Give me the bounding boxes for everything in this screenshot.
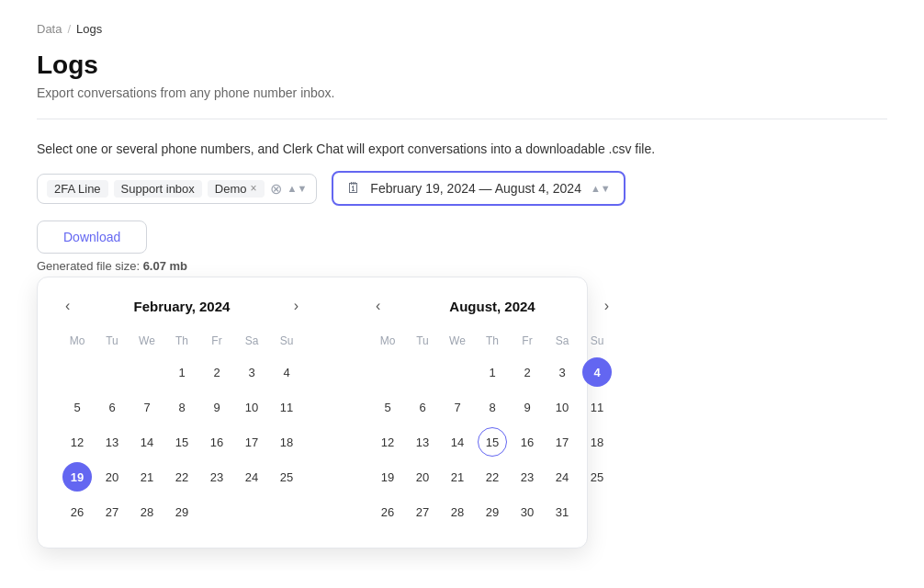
calendar-day-20[interactable]: 20 [97, 462, 127, 492]
page-title: Logs [37, 51, 887, 80]
calendar-day-24[interactable]: 24 [237, 462, 266, 492]
calendar-day-23[interactable]: 23 [202, 462, 231, 492]
breadcrumb: Data / Logs [37, 22, 887, 36]
calendar-day-13[interactable]: 13 [408, 427, 437, 457]
calendar-cell: 20 [95, 459, 130, 494]
calendar-day-2[interactable]: 2 [513, 357, 542, 387]
calendar-day-3[interactable]: 3 [237, 357, 266, 387]
download-button[interactable]: Download [37, 220, 147, 254]
calendar-cell: 19 [370, 459, 405, 494]
tags-clear-button[interactable]: ⊗ [270, 180, 282, 198]
calendar-day-29[interactable]: 29 [478, 497, 507, 526]
calendar-cell: 21 [130, 459, 164, 494]
tag-demo-remove[interactable]: × [251, 183, 257, 194]
calendar-cell: 1 [164, 355, 199, 390]
calendar-day-10[interactable]: 10 [237, 392, 266, 422]
calendar-cell: 31 [545, 494, 580, 529]
calendar-day-3[interactable]: 3 [547, 357, 577, 387]
page-subtitle: Export conversations from any phone numb… [37, 85, 887, 100]
calendar-cell [60, 355, 95, 390]
calendar-cell: 7 [440, 390, 475, 424]
calendar-day-11[interactable]: 11 [582, 392, 612, 422]
calendar-cell: 17 [234, 424, 269, 459]
calendar-day-28[interactable]: 28 [443, 497, 472, 526]
calendar-day-16[interactable]: 16 [513, 427, 542, 457]
calendar-day-14[interactable]: 14 [443, 427, 472, 457]
date-range-picker[interactable]: 🗓 February 19, 2024 — August 4, 2024 ▲▼ [332, 171, 625, 206]
calendar-day-15[interactable]: 15 [478, 427, 507, 457]
calendar-week-row: 26272829 [60, 494, 304, 529]
calendar-day-26[interactable]: 26 [62, 497, 92, 526]
tags-dropdown-arrow[interactable]: ▲▼ [287, 183, 308, 194]
calendar-day-10[interactable]: 10 [547, 392, 577, 422]
calendar-day-24[interactable]: 24 [547, 462, 577, 492]
calendar-day-9[interactable]: 9 [202, 392, 231, 422]
calendar-cell: 23 [510, 459, 545, 494]
calendar-day-21[interactable]: 21 [132, 462, 162, 492]
calendar-day-28[interactable]: 28 [132, 497, 162, 526]
calendar-dropdown-area: ‹ February, 2024 › Mo Tu We Th Fr Sa Su [37, 277, 887, 548]
phone-number-selector[interactable]: 2FA Line Support inbox Demo × ⊗ ▲▼ [37, 174, 317, 204]
calendar-day-8[interactable]: 8 [167, 392, 197, 422]
calendar-day-29[interactable]: 29 [167, 497, 197, 526]
calendar-day-8[interactable]: 8 [478, 392, 507, 422]
calendar-day-4[interactable]: 4 [582, 357, 612, 387]
calendar-cell: 7 [130, 390, 164, 424]
feb-next-month-button[interactable]: › [288, 296, 304, 316]
feb-wd-su: Su [269, 331, 304, 355]
calendar-day-13[interactable]: 13 [97, 427, 127, 457]
calendar-cell: 9 [199, 390, 234, 424]
calendar-day-27[interactable]: 27 [408, 497, 437, 526]
calendar-day-30[interactable]: 30 [513, 497, 542, 526]
calendar-day-25[interactable]: 25 [582, 462, 612, 492]
tag-demo: Demo × [208, 180, 265, 198]
calendar-day-12[interactable]: 12 [373, 427, 402, 457]
calendar-day-17[interactable]: 17 [237, 427, 266, 457]
calendar-day-15[interactable]: 15 [167, 427, 197, 457]
calendar-day-22[interactable]: 22 [167, 462, 197, 492]
download-section: Download Generated file size: 6.07 mb [37, 220, 887, 273]
calendar-day-25[interactable]: 25 [272, 462, 301, 492]
calendar-cell: 9 [510, 390, 545, 424]
feb-prev-month-button[interactable]: ‹ [60, 296, 75, 316]
calendar-day-31[interactable]: 31 [547, 497, 577, 526]
feb-wd-mo: Mo [60, 331, 95, 355]
calendar-week-row: 1234 [370, 355, 614, 390]
calendar-cell: 14 [440, 424, 475, 459]
calendar-day-12[interactable]: 12 [62, 427, 92, 457]
calendar-day-1[interactable]: 1 [167, 357, 197, 387]
calendar-day-26[interactable]: 26 [373, 497, 402, 526]
calendar-day-18[interactable]: 18 [582, 427, 612, 457]
calendar-day-14[interactable]: 14 [132, 427, 162, 457]
calendar-day-23[interactable]: 23 [513, 462, 542, 492]
calendar-day-16[interactable]: 16 [202, 427, 231, 457]
calendar-day-9[interactable]: 9 [513, 392, 542, 422]
calendar-day-17[interactable]: 17 [547, 427, 577, 457]
calendar-day-19[interactable]: 19 [62, 462, 92, 492]
calendar-cell: 5 [370, 390, 405, 424]
calendar-day-22[interactable]: 22 [478, 462, 507, 492]
calendar-day-11[interactable]: 11 [272, 392, 301, 422]
aug-next-month-button[interactable]: › [599, 296, 614, 316]
calendar-cell: 26 [370, 494, 405, 529]
calendar-day-5[interactable]: 5 [62, 392, 92, 422]
calendar-cell: 16 [199, 424, 234, 459]
calendar-day-7[interactable]: 7 [443, 392, 472, 422]
calendar-cell: 11 [269, 390, 304, 424]
calendar-day-1[interactable]: 1 [478, 357, 507, 387]
breadcrumb-parent[interactable]: Data [37, 22, 62, 36]
tag-demo-label: Demo [215, 182, 247, 196]
calendar-day-2[interactable]: 2 [202, 357, 231, 387]
calendar-day-18[interactable]: 18 [272, 427, 301, 457]
calendar-day-6[interactable]: 6 [408, 392, 437, 422]
calendar-day-19[interactable]: 19 [373, 462, 402, 492]
calendar-cell: 19 [60, 459, 95, 494]
calendar-day-21[interactable]: 21 [443, 462, 472, 492]
calendar-day-7[interactable]: 7 [132, 392, 162, 422]
aug-prev-month-button[interactable]: ‹ [370, 296, 386, 316]
calendar-day-5[interactable]: 5 [373, 392, 402, 422]
calendar-day-20[interactable]: 20 [408, 462, 437, 492]
calendar-day-6[interactable]: 6 [97, 392, 127, 422]
calendar-day-27[interactable]: 27 [97, 497, 127, 526]
calendar-day-4[interactable]: 4 [272, 357, 301, 387]
